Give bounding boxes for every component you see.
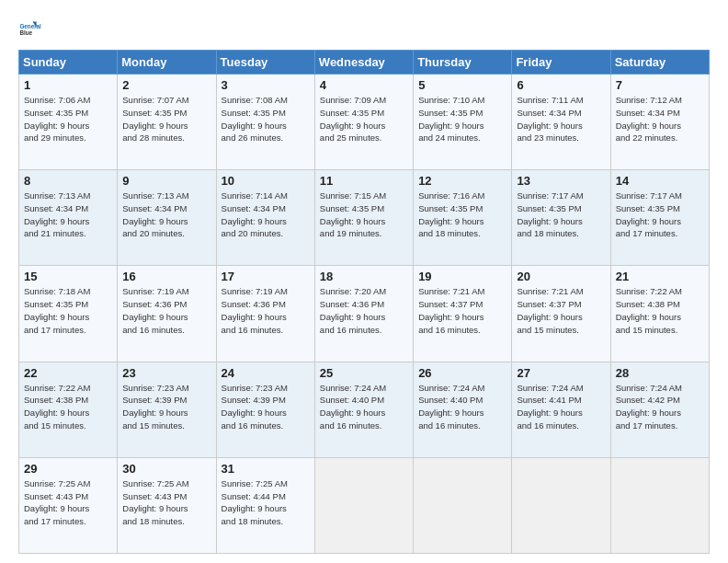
day-info: Sunrise: 7:23 AM Sunset: 4:39 PM Dayligh… [122,382,210,432]
day-number: 15 [24,270,112,283]
day-info: Sunrise: 7:22 AM Sunset: 4:38 PM Dayligh… [24,382,112,432]
calendar-cell: 9Sunrise: 7:13 AM Sunset: 4:34 PM Daylig… [118,170,216,266]
day-number: 3 [222,78,310,92]
calendar-cell: 10Sunrise: 7:14 AM Sunset: 4:34 PM Dayli… [216,170,314,266]
day-number: 25 [320,366,408,380]
day-info: Sunrise: 7:23 AM Sunset: 4:39 PM Dayligh… [222,382,310,432]
calendar-week-row: 8Sunrise: 7:13 AM Sunset: 4:34 PM Daylig… [19,170,710,266]
day-number: 27 [517,366,605,380]
calendar-cell: 22Sunrise: 7:22 AM Sunset: 4:38 PM Dayli… [19,362,118,457]
day-info: Sunrise: 7:09 AM Sunset: 4:35 PM Dayligh… [320,94,408,144]
calendar-cell: 21Sunrise: 7:22 AM Sunset: 4:38 PM Dayli… [610,266,709,362]
day-info: Sunrise: 7:25 AM Sunset: 4:43 PM Dayligh… [122,477,210,528]
calendar-week-row: 1Sunrise: 7:06 AM Sunset: 4:35 PM Daylig… [19,75,710,170]
svg-text:General: General [19,23,41,29]
calendar-cell: 15Sunrise: 7:18 AM Sunset: 4:35 PM Dayli… [19,266,118,362]
calendar-cell: 27Sunrise: 7:24 AM Sunset: 4:41 PM Dayli… [512,362,610,457]
column-header-sunday: Sunday [19,51,118,75]
calendar-week-row: 22Sunrise: 7:22 AM Sunset: 4:38 PM Dayli… [19,362,710,457]
day-number: 8 [24,174,112,188]
day-number: 24 [222,366,310,380]
column-header-monday: Monday [118,51,216,75]
calendar-cell: 17Sunrise: 7:19 AM Sunset: 4:36 PM Dayli… [216,266,314,362]
day-number: 21 [616,270,704,283]
day-number: 16 [122,270,210,283]
day-info: Sunrise: 7:17 AM Sunset: 4:35 PM Dayligh… [616,190,704,240]
day-number: 10 [222,174,310,188]
calendar-cell: 18Sunrise: 7:20 AM Sunset: 4:36 PM Dayli… [314,266,413,362]
svg-text:Blue: Blue [19,29,32,36]
calendar-cell [610,457,709,553]
day-info: Sunrise: 7:12 AM Sunset: 4:34 PM Dayligh… [616,94,704,144]
calendar-cell: 31Sunrise: 7:25 AM Sunset: 4:44 PM Dayli… [216,457,314,553]
day-number: 11 [320,174,408,188]
day-number: 19 [418,270,506,283]
column-header-tuesday: Tuesday [216,51,314,75]
day-info: Sunrise: 7:14 AM Sunset: 4:34 PM Dayligh… [222,190,310,240]
calendar-cell: 29Sunrise: 7:25 AM Sunset: 4:43 PM Dayli… [19,457,118,553]
calendar-cell: 30Sunrise: 7:25 AM Sunset: 4:43 PM Dayli… [118,457,216,553]
day-info: Sunrise: 7:16 AM Sunset: 4:35 PM Dayligh… [418,190,506,240]
calendar-cell: 4Sunrise: 7:09 AM Sunset: 4:35 PM Daylig… [314,75,413,170]
day-number: 17 [222,270,310,283]
day-info: Sunrise: 7:22 AM Sunset: 4:38 PM Dayligh… [616,285,704,336]
day-number: 22 [24,366,112,380]
calendar-cell: 28Sunrise: 7:24 AM Sunset: 4:42 PM Dayli… [610,362,709,457]
calendar-cell: 19Sunrise: 7:21 AM Sunset: 4:37 PM Dayli… [414,266,512,362]
day-info: Sunrise: 7:13 AM Sunset: 4:34 PM Dayligh… [122,190,210,240]
page: GeneralBlue SundayMondayTuesdayWednesday… [0,0,728,563]
day-number: 20 [517,270,605,283]
day-number: 31 [222,462,310,476]
calendar-cell: 26Sunrise: 7:24 AM Sunset: 4:40 PM Dayli… [414,362,512,457]
calendar-cell: 3Sunrise: 7:08 AM Sunset: 4:35 PM Daylig… [216,75,314,170]
day-info: Sunrise: 7:07 AM Sunset: 4:35 PM Dayligh… [122,94,210,144]
day-info: Sunrise: 7:20 AM Sunset: 4:36 PM Dayligh… [320,285,408,336]
day-info: Sunrise: 7:25 AM Sunset: 4:44 PM Dayligh… [222,477,310,528]
day-info: Sunrise: 7:24 AM Sunset: 4:42 PM Dayligh… [616,382,704,432]
calendar-cell [314,457,413,553]
day-info: Sunrise: 7:21 AM Sunset: 4:37 PM Dayligh… [517,285,605,336]
day-number: 5 [418,78,506,92]
column-header-wednesday: Wednesday [314,51,413,75]
column-header-saturday: Saturday [610,51,709,75]
day-number: 4 [320,78,408,92]
calendar-cell: 24Sunrise: 7:23 AM Sunset: 4:39 PM Dayli… [216,362,314,457]
column-header-thursday: Thursday [414,51,512,75]
logo-icon: GeneralBlue [18,18,44,44]
calendar-cell: 23Sunrise: 7:23 AM Sunset: 4:39 PM Dayli… [118,362,216,457]
day-number: 29 [24,462,112,476]
calendar-cell: 11Sunrise: 7:15 AM Sunset: 4:35 PM Dayli… [314,170,413,266]
day-info: Sunrise: 7:08 AM Sunset: 4:35 PM Dayligh… [222,94,310,144]
calendar-cell [512,457,610,553]
calendar-cell: 6Sunrise: 7:11 AM Sunset: 4:34 PM Daylig… [512,75,610,170]
calendar-cell: 7Sunrise: 7:12 AM Sunset: 4:34 PM Daylig… [610,75,709,170]
calendar-table: SundayMondayTuesdayWednesdayThursdayFrid… [18,50,710,554]
logo: GeneralBlue [18,18,48,44]
day-info: Sunrise: 7:15 AM Sunset: 4:35 PM Dayligh… [320,190,408,240]
day-info: Sunrise: 7:10 AM Sunset: 4:35 PM Dayligh… [418,94,506,144]
day-info: Sunrise: 7:24 AM Sunset: 4:41 PM Dayligh… [517,382,605,432]
calendar-cell: 1Sunrise: 7:06 AM Sunset: 4:35 PM Daylig… [19,75,118,170]
calendar-cell: 25Sunrise: 7:24 AM Sunset: 4:40 PM Dayli… [314,362,413,457]
day-info: Sunrise: 7:06 AM Sunset: 4:35 PM Dayligh… [24,94,112,144]
day-info: Sunrise: 7:19 AM Sunset: 4:36 PM Dayligh… [122,285,210,336]
day-number: 6 [517,78,605,92]
calendar-week-row: 15Sunrise: 7:18 AM Sunset: 4:35 PM Dayli… [19,266,710,362]
day-number: 12 [418,174,506,188]
day-number: 13 [517,174,605,188]
day-info: Sunrise: 7:21 AM Sunset: 4:37 PM Dayligh… [418,285,506,336]
day-info: Sunrise: 7:25 AM Sunset: 4:43 PM Dayligh… [24,477,112,528]
day-number: 9 [122,174,210,188]
calendar-cell: 2Sunrise: 7:07 AM Sunset: 4:35 PM Daylig… [118,75,216,170]
day-number: 7 [616,78,704,92]
day-number: 2 [122,78,210,92]
calendar-header-row: SundayMondayTuesdayWednesdayThursdayFrid… [19,51,710,75]
day-number: 23 [122,366,210,380]
column-header-friday: Friday [512,51,610,75]
day-number: 18 [320,270,408,283]
calendar-cell: 13Sunrise: 7:17 AM Sunset: 4:35 PM Dayli… [512,170,610,266]
header: GeneralBlue [18,15,710,44]
calendar-cell: 14Sunrise: 7:17 AM Sunset: 4:35 PM Dayli… [610,170,709,266]
day-info: Sunrise: 7:17 AM Sunset: 4:35 PM Dayligh… [517,190,605,240]
day-info: Sunrise: 7:24 AM Sunset: 4:40 PM Dayligh… [320,382,408,432]
